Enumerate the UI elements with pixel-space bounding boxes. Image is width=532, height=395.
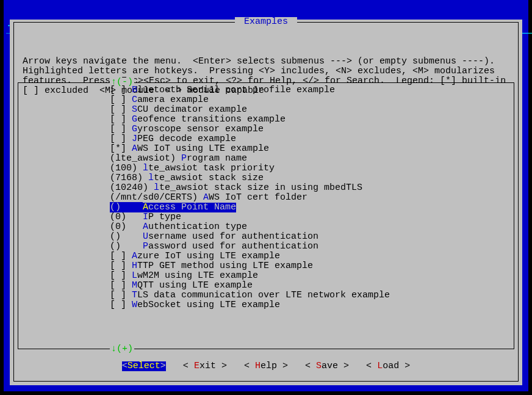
item-prefix: (lte_awsiot) (110, 154, 181, 164)
item-label: eofence transitions example (137, 115, 286, 125)
item-label: sername used for authentication (148, 232, 318, 242)
menu-item[interactable]: [ ] LwM2M using LTE example (18, 271, 514, 281)
panel-border: Examples Arrow keys navigate the menu. <… (13, 22, 519, 382)
item-label: te_awsiot stack size (154, 173, 264, 183)
item-label: CU decimator example (137, 105, 247, 115)
item-prefix: [ ] (110, 134, 132, 144)
config-panel: Examples Arrow keys navigate the menu. <… (10, 20, 522, 385)
item-hotkey: L (132, 271, 137, 281)
item-hotkey: P (143, 242, 148, 252)
menu-item[interactable]: [ ] Azure IoT using LTE example (18, 252, 514, 261)
item-hotkey: l (148, 173, 154, 183)
menu-listbox[interactable]: ↑(-) ↓(+) [ ] Bluetooth Serial port prof… (18, 82, 514, 349)
save-button[interactable]: < Save > (305, 361, 349, 371)
item-hotkey: A (143, 222, 148, 232)
item-label: te_awsiot task priority (148, 164, 275, 173)
item-label: QTT using LTE example (137, 281, 253, 291)
item-label: rogram name (187, 154, 247, 164)
item-hotkey: l (154, 183, 159, 193)
item-hotkey: J (132, 134, 137, 144)
item-hotkey: C (132, 95, 137, 105)
button-bar: <Select>< Exit >< Help >< Save >< Load > (14, 361, 518, 371)
item-label: ebSocket using LTE example (137, 300, 280, 310)
terminal-screen: .config - Nuttx/ Configuration → Applica… (4, 0, 528, 391)
menu-item[interactable]: [ ] MQTT using LTE example (18, 281, 514, 291)
item-hotkey: G (132, 115, 137, 125)
item-hotkey: M (132, 281, 137, 291)
menu-item[interactable]: (7168) lte_awsiot stack size (18, 173, 514, 183)
item-prefix: [ ] (110, 291, 132, 300)
menu-item[interactable]: (0) Authentication type (18, 222, 514, 232)
item-prefix: () (110, 232, 143, 242)
item-label: luetooth Serial port profile example (137, 85, 335, 95)
item-prefix: [ ] (110, 261, 132, 271)
item-label: PEG decode example (137, 134, 236, 144)
menu-item[interactable]: [ ] TLS data communication over LTE netw… (18, 291, 514, 300)
item-label: WS IoT cert folder (209, 193, 307, 203)
menu-item[interactable]: [ ] Geofence transitions example (18, 115, 514, 125)
item-label: uthentication type (148, 222, 247, 232)
select-button[interactable]: <Select> (122, 361, 166, 371)
menu-item[interactable]: () Access Point Name (18, 203, 514, 212)
menu-item[interactable]: (10240) lte_awsiot stack size in using m… (18, 183, 514, 193)
item-prefix: (10240) (110, 183, 154, 193)
item-hotkey: H (132, 261, 137, 271)
item-hotkey: G (132, 125, 137, 134)
item-prefix: [ ] (110, 125, 132, 134)
item-prefix: [ ] (110, 105, 132, 115)
item-label: assword used for authentication (148, 242, 318, 252)
menu-item[interactable]: () Username used for authentication (18, 232, 514, 242)
exit-button[interactable]: < Exit > (183, 361, 227, 371)
item-hotkey: l (143, 164, 148, 173)
item-label: te_awsiot stack size in using mbedTLS (159, 183, 362, 193)
item-label: P type (148, 212, 181, 222)
item-hotkey: P (181, 154, 187, 164)
menu-item[interactable]: [ ] Bluetooth Serial port profile exampl… (18, 85, 514, 95)
menu-item[interactable]: [ ] HTTP GET method using LTE example (18, 261, 514, 271)
item-label: LS data communication over LTE network e… (137, 291, 390, 300)
item-prefix: () (110, 242, 143, 252)
item-hotkey: W (132, 300, 137, 310)
item-prefix: [ ] (110, 95, 132, 105)
menu-item[interactable]: [*] AWS IoT using LTE example (18, 144, 514, 154)
item-prefix: (0) (110, 222, 143, 232)
menu-item[interactable]: (100) lte_awsiot task priority (18, 164, 514, 173)
menu-items: [ ] Bluetooth Serial port profile exampl… (18, 85, 514, 346)
item-hotkey: S (132, 105, 137, 115)
help-button[interactable]: < Help > (244, 361, 288, 371)
item-prefix: (0) (110, 212, 143, 222)
menu-item[interactable]: [ ] JPEG decode example (18, 134, 514, 144)
item-hotkey: A (132, 252, 137, 261)
menu-item[interactable]: [ ] SCU decimator example (18, 105, 514, 115)
item-label: WS IoT using LTE example (137, 144, 269, 154)
item-hotkey: I (143, 212, 148, 222)
item-hotkey: B (132, 85, 137, 95)
item-prefix: (/mnt/sd0/CERTS) (110, 193, 203, 203)
item-label: amera example (137, 95, 209, 105)
item-prefix: (100) (110, 164, 143, 173)
menu-item[interactable]: (0) IP type (18, 212, 514, 222)
item-prefix: [*] (110, 144, 132, 154)
item-label: zure IoT using LTE example (137, 252, 280, 261)
item-label: TTP GET method using LTE example (137, 261, 313, 271)
item-label: wM2M using LTE example (137, 271, 258, 281)
menu-item[interactable]: () Password used for authentication (18, 242, 514, 252)
item-hotkey: T (132, 291, 137, 300)
item-prefix: [ ] (110, 300, 132, 310)
menu-item[interactable]: [ ] Gyroscope sensor example (18, 125, 514, 134)
item-hotkey: A (203, 193, 209, 203)
item-prefix: [ ] (110, 115, 132, 125)
menu-item[interactable]: [ ] Camera example (18, 95, 514, 105)
item-hotkey: U (143, 232, 148, 242)
item-prefix: [ ] (110, 281, 132, 291)
menu-item[interactable]: (lte_awsiot) Program name (18, 154, 514, 164)
item-prefix: [ ] (110, 85, 132, 95)
item-prefix: (7168) (110, 173, 148, 183)
item-hotkey: A (132, 144, 137, 154)
item-prefix: [ ] (110, 252, 132, 261)
item-prefix: [ ] (110, 271, 132, 281)
menu-item[interactable]: (/mnt/sd0/CERTS) AWS IoT cert folder (18, 193, 514, 203)
menu-item[interactable]: [ ] WebSocket using LTE example (18, 300, 514, 310)
load-button[interactable]: < Load > (366, 361, 410, 371)
panel-title: Examples (235, 17, 297, 27)
